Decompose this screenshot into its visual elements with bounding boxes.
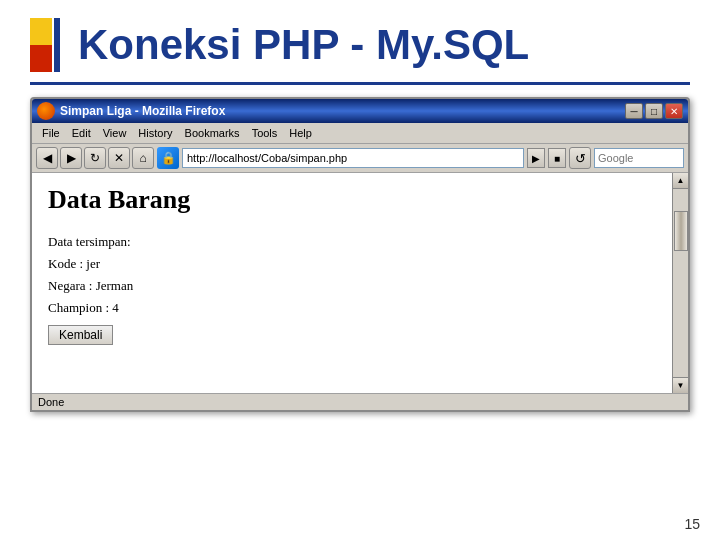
accent-square-yellow [30,18,52,45]
page-heading: Data Barang [48,185,656,215]
nav-buttons: ◀ ▶ ↻ ✕ ⌂ [36,147,154,169]
body-line-3: Champion : 4 [48,297,656,319]
page-body: Data tersimpan: Kode : jer Negara : Jerm… [48,231,656,346]
title-rule [30,82,690,85]
menu-history[interactable]: History [132,125,178,141]
browser-window: Simpan Liga - Mozilla Firefox ─ □ ✕ File… [30,97,690,412]
menu-file[interactable]: File [36,125,66,141]
body-line-0: Data tersimpan: [48,231,656,253]
address-stop-button[interactable]: ■ [548,148,566,168]
browser-content-wrapper: Data Barang Data tersimpan: Kode : jer N… [32,173,688,393]
titlebar-buttons[interactable]: ─ □ ✕ [625,103,683,119]
browser-statusbar: Done [32,393,688,410]
address-bar-container: 🔒 ▶ ■ [157,147,566,169]
accent-squares [30,18,52,72]
accent-square-red [30,45,52,72]
slide-number: 15 [684,516,700,532]
search-container: 🔍 [594,148,684,168]
search-input[interactable] [595,149,720,167]
back-button[interactable]: ◀ [36,147,58,169]
browser-menubar: File Edit View History Bookmarks Tools H… [32,123,688,144]
scroll-down-arrow[interactable]: ▼ [673,377,688,393]
home-button[interactable]: ⌂ [132,147,154,169]
kembali-button[interactable]: Kembali [48,325,113,345]
header-accent [30,18,60,72]
browser-titlebar: Simpan Liga - Mozilla Firefox ─ □ ✕ [32,99,688,123]
menu-help[interactable]: Help [283,125,318,141]
page-reload-button[interactable]: ↺ [569,147,591,169]
address-go-button[interactable]: ▶ [527,148,545,168]
menu-bookmarks[interactable]: Bookmarks [179,125,246,141]
browser-toolbar: ◀ ▶ ↻ ✕ ⌂ 🔒 ▶ ■ ↺ 🔍 [32,144,688,173]
menu-edit[interactable]: Edit [66,125,97,141]
slide-header: Koneksi PHP - My.SQL [0,0,720,82]
browser-scrollbar: ▲ ▼ [672,173,688,393]
menu-tools[interactable]: Tools [246,125,284,141]
menu-view[interactable]: View [97,125,133,141]
reload-button[interactable]: ↻ [84,147,106,169]
close-button[interactable]: ✕ [665,103,683,119]
status-text: Done [38,396,64,408]
slide-title: Koneksi PHP - My.SQL [78,21,529,69]
browser-content: Data Barang Data tersimpan: Kode : jer N… [32,173,672,393]
minimize-button[interactable]: ─ [625,103,643,119]
browser-title-text: Simpan Liga - Mozilla Firefox [60,104,225,118]
maximize-button[interactable]: □ [645,103,663,119]
body-line-2: Negara : Jerman [48,275,656,297]
forward-button[interactable]: ▶ [60,147,82,169]
scroll-up-arrow[interactable]: ▲ [673,173,688,189]
scroll-thumb[interactable] [674,211,688,251]
body-line-1: Kode : jer [48,253,656,275]
address-input[interactable] [182,148,524,168]
scroll-track [673,189,688,377]
stop-button[interactable]: ✕ [108,147,130,169]
accent-bar [54,18,60,72]
address-icon: 🔒 [157,147,179,169]
titlebar-left: Simpan Liga - Mozilla Firefox [37,102,225,120]
firefox-icon [37,102,55,120]
